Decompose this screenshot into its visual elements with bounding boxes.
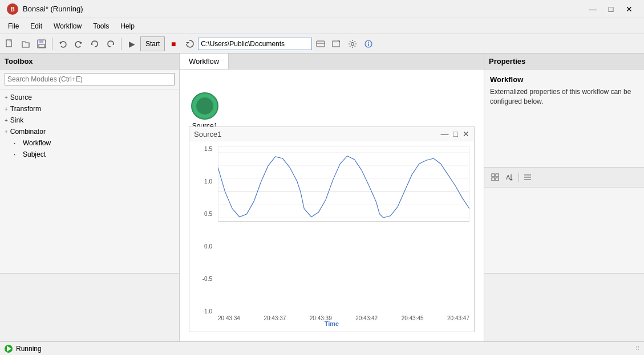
tree-child-icon-workflow: · (14, 139, 21, 147)
tree-item-workflow[interactable]: · Workflow (0, 137, 179, 149)
menu-tools[interactable]: Tools (87, 20, 115, 32)
start-button[interactable]: Start (140, 36, 165, 51)
expand-icon-combinator: + (5, 129, 8, 135)
separator-2 (121, 38, 121, 50)
info-button[interactable] (361, 36, 376, 51)
window-title: Bonsai* (Running) (23, 5, 83, 13)
toolbox-panel: Toolbox + Source + Transform + Sink + Co… (0, 54, 180, 341)
toolbar: ▶ Start ■ (0, 34, 644, 54)
maximize-button[interactable]: □ (603, 3, 619, 15)
toolbox-search-container (0, 70, 179, 89)
close-button[interactable]: ✕ (621, 3, 637, 15)
restart-button[interactable] (182, 36, 197, 51)
tree-item-source[interactable]: + Source (0, 92, 179, 103)
tree-label-sink: Sink (10, 116, 23, 124)
svg-rect-27 (492, 178, 495, 181)
svg-rect-11 (317, 41, 325, 47)
svg-rect-24 (218, 146, 469, 221)
chart-title: Source1 (194, 130, 221, 138)
y-label-1.0: 1.0 (204, 178, 212, 185)
tree-item-transform[interactable]: + Transform (0, 103, 179, 115)
search-input[interactable] (5, 73, 175, 85)
tree-child-icon-subject: · (14, 150, 21, 158)
y-label-neg1.0: -1.0 (202, 308, 212, 315)
workflow-canvas[interactable]: Source1 Source1 — □ ✕ 1.5 1.0 (180, 70, 484, 341)
open-button[interactable] (18, 36, 33, 51)
menu-help[interactable]: Help (115, 20, 140, 32)
svg-rect-4 (39, 40, 43, 43)
browse-button[interactable] (313, 36, 328, 51)
svg-rect-25 (492, 174, 495, 177)
expand-icon-transform: + (5, 106, 8, 112)
tree-label-source: Source (10, 93, 32, 101)
play-icon: ▶ (124, 36, 139, 51)
undo-button[interactable] (87, 36, 102, 51)
status-indicator (5, 345, 13, 353)
center-panel: Workflow Source1 Source1 — □ ✕ (180, 54, 484, 341)
properties-toolbar: A (484, 167, 644, 187)
chart-titlebar: Source1 — □ ✕ (189, 127, 474, 141)
chart-maximize-button[interactable]: □ (453, 129, 458, 138)
properties-empty-area (484, 187, 644, 274)
workflow-tab[interactable]: Workflow (180, 54, 229, 69)
toolbox-tree: + Source + Transform + Sink + Combinator… (0, 89, 179, 273)
svg-marker-10 (186, 42, 189, 44)
redo-history-button[interactable] (71, 36, 86, 51)
toolbox-header: Toolbox (0, 54, 179, 70)
svg-text:B: B (10, 6, 14, 13)
settings-button[interactable] (345, 36, 360, 51)
title-bar: B Bonsai* (Running) — □ ✕ (0, 0, 644, 18)
separator-1 (52, 38, 52, 50)
workflow-node-source1[interactable]: Source1 (191, 92, 218, 130)
main-layout: Toolbox + Source + Transform + Sink + Co… (0, 54, 644, 341)
svg-point-14 (351, 42, 354, 45)
tree-item-combinator[interactable]: + Combinator (0, 126, 179, 137)
tree-item-subject[interactable]: · Subject (0, 149, 179, 160)
toolbox-bottom-pane (0, 273, 179, 341)
properties-section-title: Workflow (490, 75, 638, 84)
properties-body: Workflow Externalized properties of this… (484, 70, 644, 167)
svg-rect-13 (333, 41, 339, 47)
tree-label-subject: Subject (23, 150, 46, 158)
y-axis-labels: 1.5 1.0 0.5 0.0 -0.5 -1.0 (189, 146, 214, 315)
redo-button[interactable] (103, 36, 118, 51)
chart-close-button[interactable]: ✕ (463, 129, 469, 138)
export-button[interactable] (329, 36, 344, 51)
props-sort-button[interactable]: A (504, 171, 516, 183)
path-input[interactable] (198, 38, 312, 50)
svg-rect-5 (39, 44, 44, 47)
tree-item-sink[interactable]: + Sink (0, 115, 179, 126)
properties-panel: Properties Workflow Externalized propert… (484, 54, 644, 341)
expand-icon-sink: + (5, 117, 8, 124)
y-label-0.0: 0.0 (204, 243, 212, 250)
menu-workflow[interactable]: Workflow (48, 20, 87, 32)
props-list-button[interactable] (521, 171, 534, 183)
menu-file[interactable]: File (2, 20, 25, 32)
minimize-button[interactable]: — (585, 3, 601, 15)
tree-label-workflow: Workflow (23, 139, 51, 147)
menu-edit[interactable]: Edit (25, 20, 48, 32)
properties-description: Externalized properties of this workflow… (490, 87, 638, 107)
node-circle (191, 92, 218, 120)
y-label-neg0.5: -0.5 (202, 276, 212, 282)
svg-rect-26 (496, 174, 499, 177)
workflow-tab-bar: Workflow (180, 54, 484, 70)
svg-point-16 (368, 42, 369, 43)
tree-label-combinator: Combinator (10, 128, 46, 136)
stop-button[interactable]: ■ (166, 36, 181, 51)
expand-icon-source: + (5, 95, 8, 101)
y-label-1.5: 1.5 (204, 146, 212, 152)
start-label: Start (145, 40, 160, 48)
app-icon: B (7, 3, 18, 15)
props-grid-button[interactable] (489, 171, 501, 183)
status-text: Running (16, 345, 42, 353)
undo-history-button[interactable] (55, 36, 70, 51)
x-axis-title: Time (189, 320, 474, 327)
chart-body: 1.5 1.0 0.5 0.0 -0.5 -1.0 (189, 141, 474, 332)
new-button[interactable] (2, 36, 17, 51)
chart-controls: — □ ✕ (441, 129, 469, 138)
save-button[interactable] (34, 36, 49, 51)
svg-text:A: A (506, 174, 511, 181)
chart-minimize-button[interactable]: — (441, 129, 449, 138)
y-label-0.5: 0.5 (204, 211, 212, 217)
